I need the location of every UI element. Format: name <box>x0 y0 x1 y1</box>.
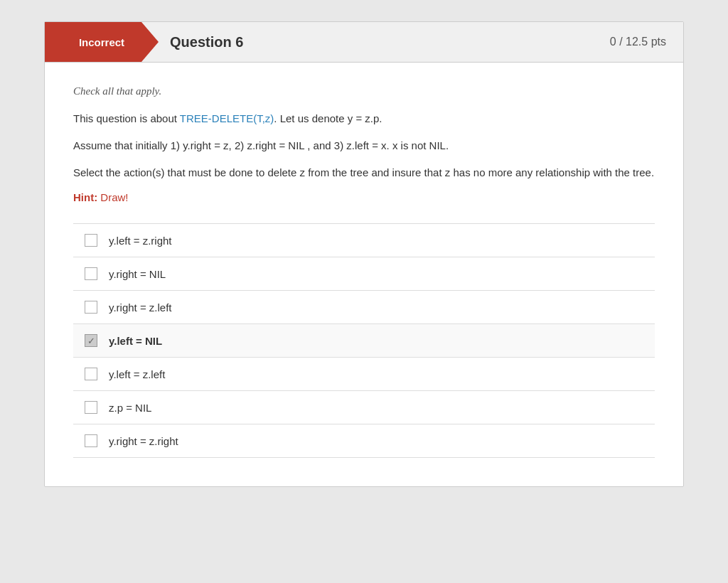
option-label-6: z.p = NIL <box>109 402 151 414</box>
option-row-checked[interactable]: ✓ y.left = NIL <box>73 324 655 358</box>
option-row[interactable]: z.p = NIL <box>73 391 655 424</box>
incorrect-label: Incorrect <box>79 36 124 48</box>
checkbox-5[interactable] <box>85 368 97 380</box>
option-row[interactable]: y.right = NIL <box>73 257 655 291</box>
question-title: Question 6 <box>159 34 610 50</box>
checkbox-6[interactable] <box>85 401 97 414</box>
question-points: 0 / 12.5 pts <box>610 36 683 48</box>
question-container: Incorrect Question 6 0 / 12.5 pts Check … <box>44 21 684 487</box>
check-all-text: Check all that apply. <box>73 85 655 97</box>
option-label-4: y.left = NIL <box>109 335 162 347</box>
incorrect-badge: Incorrect <box>45 22 159 62</box>
hint-draw-text: Draw! <box>100 191 128 203</box>
option-label-2: y.right = NIL <box>109 268 166 280</box>
hint-paragraph: Hint: Draw! <box>73 191 655 203</box>
intro-after-link: . Let us denote y = z.p. <box>274 112 382 124</box>
checkbox-7[interactable] <box>85 434 97 447</box>
option-row[interactable]: y.left = z.right <box>73 223 655 257</box>
question-instruction: Select the action(s) that must be done t… <box>73 164 655 181</box>
checkbox-2[interactable] <box>85 267 97 280</box>
option-row[interactable]: y.left = z.left <box>73 358 655 391</box>
tree-delete-link[interactable]: TREE-DELETE(T,z) <box>180 112 274 124</box>
option-label-3: y.right = z.left <box>109 301 172 314</box>
question-header: Incorrect Question 6 0 / 12.5 pts <box>45 22 683 63</box>
option-row[interactable]: y.right = z.right <box>73 424 655 458</box>
hint-label: Hint: <box>73 191 97 203</box>
option-label-5: y.left = z.left <box>109 368 165 380</box>
checkbox-4[interactable]: ✓ <box>85 334 97 347</box>
option-label-7: y.right = z.right <box>109 435 178 447</box>
checkbox-3[interactable] <box>85 301 97 314</box>
question-body: Check all that apply. This question is a… <box>45 63 683 486</box>
checkbox-1[interactable] <box>85 234 97 247</box>
question-conditions: Assume that initially 1) y.right = z, 2)… <box>73 137 655 154</box>
options-list: y.left = z.right y.right = NIL y.right =… <box>73 223 655 458</box>
option-label-1: y.left = z.right <box>109 235 172 247</box>
option-row[interactable]: y.right = z.left <box>73 291 655 324</box>
question-intro: This question is about TREE-DELETE(T,z).… <box>73 110 655 127</box>
intro-before-link: This question is about <box>73 112 180 124</box>
